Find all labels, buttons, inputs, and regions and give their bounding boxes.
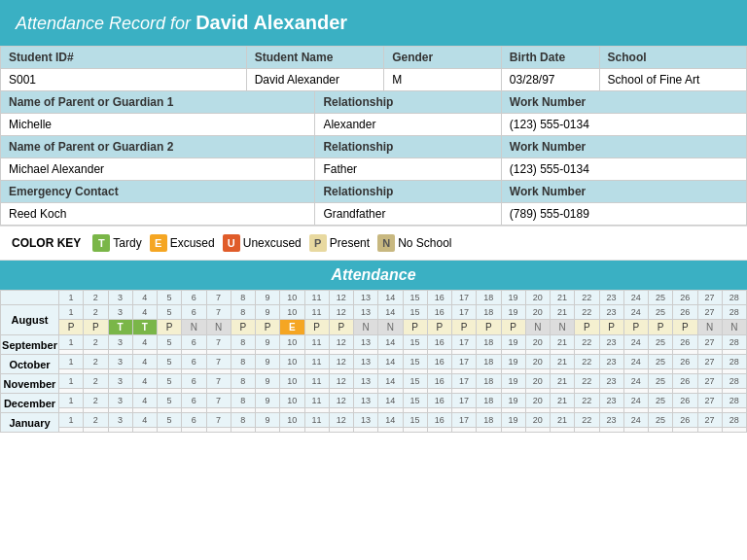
key-present: P Present (309, 234, 370, 252)
attendance-cell (206, 428, 231, 433)
attendance-cell: N (354, 320, 378, 335)
day-number: 6 (182, 291, 206, 305)
attendance-cell: N (206, 320, 231, 335)
day-number: 19 (501, 291, 525, 305)
col-guardian2-name: Name of Parent or Guardian 2 (1, 136, 315, 158)
day-number: 16 (427, 413, 451, 428)
attendance-cell (132, 428, 157, 433)
day-number: 25 (649, 335, 673, 350)
attendance-table: 1234567891011121314151617181920212223242… (0, 290, 747, 433)
attendance-cell: P (59, 320, 84, 335)
attendance-cell (452, 428, 477, 433)
day-number: 12 (329, 291, 353, 305)
day-number: 23 (599, 394, 623, 408)
day-number: 27 (697, 305, 722, 320)
day-number: 13 (354, 355, 378, 369)
day-number: 26 (673, 413, 697, 428)
attendance-section: Attendance 12345678910111213141516171819… (0, 261, 747, 433)
attendance-cell: E (280, 320, 304, 335)
day-number: 16 (427, 394, 451, 408)
day-number: 23 (599, 291, 623, 305)
day-number: 12 (329, 305, 353, 320)
day-number: 19 (501, 355, 525, 369)
attendance-cell: P (329, 320, 353, 335)
day-number: 24 (623, 394, 648, 408)
attendance-cell: T (108, 320, 132, 335)
attendance-cell: N (697, 320, 722, 335)
day-number: 16 (427, 291, 451, 305)
col-school: School (599, 47, 746, 69)
day-number: 12 (329, 335, 353, 350)
day-number: 28 (722, 291, 746, 305)
day-number: 7 (206, 374, 231, 389)
day-number: 7 (206, 335, 231, 350)
month-label: October (1, 355, 59, 374)
day-number: 19 (501, 374, 525, 389)
day-number: 24 (623, 305, 648, 320)
day-number: 10 (280, 291, 304, 305)
day-number: 26 (673, 355, 697, 369)
day-number: 5 (158, 335, 182, 350)
day-number: 18 (477, 374, 501, 389)
day-number: 14 (378, 305, 403, 320)
attendance-cell (403, 428, 427, 433)
day-number: 4 (132, 291, 157, 305)
day-number: 19 (501, 394, 525, 408)
day-number: 3 (108, 413, 132, 428)
attendance-cell (427, 428, 451, 433)
day-number: 4 (132, 305, 157, 320)
day-number: 1 (59, 291, 84, 305)
day-number: 23 (599, 374, 623, 389)
attendance-cell: N (525, 320, 550, 335)
day-number: 3 (108, 335, 132, 350)
present-label: Present (330, 236, 370, 250)
day-number: 5 (158, 413, 182, 428)
day-number: 21 (551, 305, 575, 320)
day-number: 9 (256, 413, 280, 428)
day-number: 12 (329, 413, 353, 428)
day-number: 21 (551, 335, 575, 350)
day-number: 18 (477, 291, 501, 305)
day-number: 27 (697, 413, 722, 428)
day-number: 23 (599, 305, 623, 320)
day-number: 20 (525, 394, 550, 408)
day-number: 3 (108, 291, 132, 305)
day-number: 25 (649, 394, 673, 408)
day-number: 17 (452, 374, 477, 389)
day-number: 21 (551, 394, 575, 408)
day-number: 17 (452, 335, 477, 350)
month-col-header (1, 291, 59, 305)
day-number: 24 (623, 374, 648, 389)
day-number: 5 (158, 355, 182, 369)
day-number: 18 (477, 305, 501, 320)
attendance-cell: P (304, 320, 329, 335)
day-number: 16 (427, 374, 451, 389)
col-guardian2-work: Work Number (501, 136, 746, 158)
col-guardian1-rel: Relationship (315, 91, 501, 114)
unexcused-label: Unexcused (243, 236, 302, 250)
attendance-cell: N (182, 320, 206, 335)
attendance-cell (158, 428, 182, 433)
attendance-cell: P (623, 320, 648, 335)
day-number: 12 (329, 394, 353, 408)
attendance-cell: N (551, 320, 575, 335)
day-number: 13 (354, 305, 378, 320)
day-number: 8 (231, 305, 255, 320)
color-key: COLOR KEY T Tardy E Excused U Unexcused … (0, 226, 747, 261)
day-number: 16 (427, 305, 451, 320)
emergency-rel-value: Grandfather (315, 203, 501, 226)
day-number: 14 (378, 355, 403, 369)
day-number: 28 (722, 335, 746, 350)
day-number: 3 (108, 305, 132, 320)
day-number: 25 (649, 291, 673, 305)
day-number: 26 (673, 374, 697, 389)
day-number: 2 (84, 413, 108, 428)
header-student-name: David Alexander (196, 12, 347, 33)
attendance-cell: P (231, 320, 255, 335)
day-number: 11 (304, 374, 329, 389)
col-guardian1-name: Name of Parent or Guardian 1 (1, 91, 315, 114)
day-number: 2 (84, 335, 108, 350)
day-number: 6 (182, 305, 206, 320)
day-number: 7 (206, 305, 231, 320)
attendance-cell: P (158, 320, 182, 335)
